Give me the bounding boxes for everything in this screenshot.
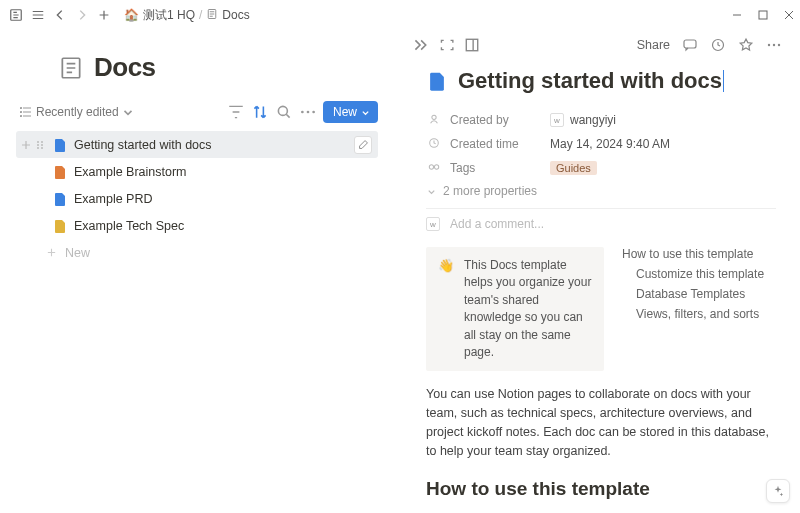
filter-icon[interactable] (227, 103, 245, 121)
more-properties-label: 2 more properties (443, 184, 537, 198)
clock-icon (426, 137, 442, 152)
prop-value: May 14, 2024 9:40 AM (550, 137, 670, 151)
window-close-icon[interactable] (784, 8, 794, 23)
body-paragraph: You can use Notion pages to collaborate … (426, 385, 776, 460)
svg-point-23 (432, 115, 436, 119)
right-pane: Share Getting started with docs Created … (398, 30, 800, 513)
callout: 👋 This Docs template helps you organize … (426, 247, 604, 371)
svg-point-8 (301, 111, 304, 114)
divider (426, 208, 776, 209)
row-label: Example Brainstorm (74, 165, 187, 179)
list-item[interactable]: Example Tech Spec (16, 212, 378, 239)
app-logo-icon (8, 7, 24, 23)
svg-rect-18 (684, 40, 696, 48)
new-button[interactable]: New (323, 101, 378, 123)
section-heading: How to use this template (426, 478, 776, 500)
chevron-down-icon (361, 108, 370, 117)
svg-point-26 (434, 164, 438, 168)
collapse-icon[interactable] (412, 37, 428, 53)
back-icon[interactable] (52, 7, 68, 23)
new-button-label: New (333, 105, 357, 119)
svg-point-5 (21, 112, 22, 113)
plus-icon[interactable] (20, 139, 32, 151)
avatar: w (550, 113, 564, 127)
tag-badge[interactable]: Guides (550, 161, 597, 175)
comment-placeholder: Add a comment... (450, 217, 544, 231)
prop-created-by[interactable]: Created by w wangyiyi (426, 108, 776, 132)
svg-point-11 (37, 141, 39, 143)
list-item[interactable]: Example PRD (16, 185, 378, 212)
new-row[interactable]: New (16, 239, 378, 266)
toc-link[interactable]: How to use this template (622, 247, 776, 261)
tag-icon (426, 161, 442, 176)
more-icon[interactable] (299, 103, 317, 121)
svg-point-10 (312, 111, 315, 114)
drag-handle-icon[interactable] (34, 139, 46, 151)
svg-point-20 (768, 44, 770, 46)
prop-label: Created time (450, 137, 542, 151)
page-icon (52, 137, 68, 153)
forward-icon[interactable] (74, 7, 90, 23)
list-item[interactable]: Example Brainstorm (16, 158, 378, 185)
page-properties: Created by w wangyiyi Created time May 1… (426, 108, 776, 198)
prop-tags[interactable]: Tags Guides (426, 156, 776, 180)
menu-icon[interactable] (30, 7, 46, 23)
page-topbar: Share (398, 30, 786, 60)
row-label: Getting started with docs (74, 138, 212, 152)
database-title: Docs (94, 52, 156, 83)
new-tab-icon[interactable] (96, 7, 112, 23)
toc-link[interactable]: Customize this template (622, 267, 776, 281)
toc-link[interactable]: Database Templates (622, 287, 776, 301)
more-properties[interactable]: 2 more properties (426, 184, 776, 198)
prop-value: wangyiyi (570, 113, 616, 127)
sort-button[interactable]: Recently edited (20, 105, 135, 119)
svg-point-14 (41, 144, 43, 146)
home-icon[interactable]: 🏠 (124, 8, 139, 22)
chevron-down-icon (121, 105, 135, 119)
db-toolbar: Recently edited New (20, 97, 378, 127)
peek-icon[interactable] (464, 37, 480, 53)
svg-point-7 (278, 106, 287, 115)
docs-db-icon (58, 55, 84, 81)
svg-rect-17 (466, 39, 477, 50)
breadcrumb-page[interactable]: Docs (222, 8, 249, 22)
clock-icon[interactable] (710, 37, 726, 53)
svg-point-12 (41, 141, 43, 143)
window-minimize-icon[interactable] (732, 8, 742, 23)
comment-input[interactable]: w Add a comment... (426, 217, 776, 231)
prop-label: Created by (450, 113, 542, 127)
star-icon[interactable] (738, 37, 754, 53)
svg-point-6 (21, 116, 22, 117)
expand-icon[interactable] (438, 37, 454, 53)
page-icon (52, 218, 68, 234)
row-label: Example Tech Spec (74, 219, 184, 233)
chat-icon[interactable] (682, 37, 698, 53)
wave-emoji-icon: 👋 (438, 257, 454, 361)
prop-created-time[interactable]: Created time May 14, 2024 9:40 AM (426, 132, 776, 156)
svg-point-21 (773, 44, 775, 46)
breadcrumb: 🏠 测试1 HQ / Docs (124, 7, 250, 24)
svg-point-13 (37, 144, 39, 146)
page-icon (52, 191, 68, 207)
share-button[interactable]: Share (637, 38, 670, 52)
new-row-label: New (65, 246, 90, 260)
list-item[interactable]: Getting started with docs (16, 131, 378, 158)
toc-link[interactable]: Views, filters, and sorts (622, 307, 776, 321)
more-icon[interactable] (766, 37, 782, 53)
sort-arrows-icon[interactable] (251, 103, 269, 121)
page-title[interactable]: Getting started with docs (458, 68, 722, 94)
callout-text: This Docs template helps you organize yo… (464, 257, 592, 361)
svg-point-16 (41, 147, 43, 149)
titlebar: 🏠 测试1 HQ / Docs (0, 0, 800, 30)
edit-icon[interactable] (354, 136, 372, 154)
database-header: Docs (58, 52, 378, 83)
avatar: w (426, 217, 440, 231)
window-maximize-icon[interactable] (758, 8, 768, 23)
breadcrumb-home[interactable]: 测试1 HQ (143, 7, 195, 24)
svg-point-15 (37, 147, 39, 149)
svg-point-9 (307, 111, 310, 114)
search-icon[interactable] (275, 103, 293, 121)
toc-links: How to use this template Customize this … (622, 247, 776, 371)
ai-fab-button[interactable] (766, 479, 790, 503)
page-title-icon[interactable] (426, 70, 448, 92)
